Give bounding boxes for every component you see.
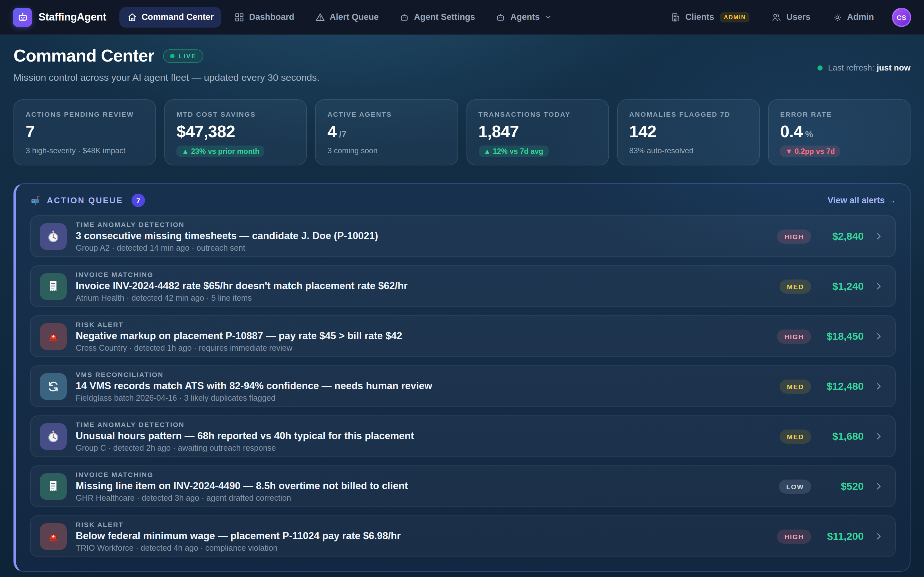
action-queue-item[interactable]: RISK ALERT Below federal minimum wage — … (30, 516, 896, 557)
item-title: Invoice INV-2024-4482 rate $65/hr doesn'… (76, 280, 771, 292)
severity-badge: HIGH (777, 229, 811, 243)
top-nav: StaffingAgent Command Center Dashboard (0, 0, 924, 35)
severity-badge: HIGH (777, 329, 811, 343)
action-queue-item[interactable]: INVOICE MATCHING Invoice INV-2024-4482 r… (30, 266, 896, 307)
receipt-icon (45, 279, 61, 294)
nav-item-admin[interactable]: Admin (825, 7, 882, 27)
action-queue-item[interactable]: TIME ANOMALY DETECTION 3 consecutive mis… (30, 215, 896, 257)
kpi-value: 142 (629, 123, 656, 140)
mailbox-icon (30, 195, 41, 206)
last-refresh: Last refresh: just now (818, 63, 911, 73)
action-queue-item[interactable]: TIME ANOMALY DETECTION Unusual hours pat… (30, 416, 896, 457)
kpi-delta-badge: ▲ 23% vs prior month (176, 145, 265, 157)
action-queue-item[interactable]: RISK ALERT Negative markup on placement … (30, 316, 896, 357)
item-meta: Fieldglass batch 2026-04-16 · 3 likely d… (76, 393, 771, 402)
robot-icon (399, 12, 409, 22)
action-queue-panel: ACTION QUEUE 7 View all alerts → TIME AN… (13, 183, 911, 572)
item-amount: $1,680 (821, 430, 864, 442)
nav-item-agent-settings[interactable]: Agent Settings (391, 7, 483, 27)
action-queue-count-badge: 7 (132, 193, 145, 207)
admin-badge: ADMIN (720, 12, 750, 22)
page-title: Command Center (13, 46, 154, 66)
action-queue-title: ACTION QUEUE (47, 195, 123, 205)
kpi-card: ACTIONS PENDING REVIEW 7 3 high-severity… (13, 99, 156, 165)
severity-badge: MED (780, 279, 811, 293)
kpi-value: 1,847 (478, 123, 519, 140)
item-title: 14 VMS records match ATS with 82-94% con… (76, 380, 771, 392)
dashboard-grid-icon (234, 12, 244, 22)
action-queue-item[interactable]: INVOICE MATCHING Missing line item on IN… (30, 466, 896, 507)
item-amount: $11,200 (821, 530, 864, 542)
chevron-right-icon[interactable] (874, 382, 884, 391)
item-category: RISK ALERT (76, 520, 768, 528)
nav-item-alert-queue[interactable]: Alert Queue (307, 7, 386, 27)
nav-right: Clients ADMIN Users Admin CS (663, 7, 911, 27)
chevron-right-icon[interactable] (874, 282, 884, 291)
siren-icon (45, 329, 61, 344)
chevron-right-icon[interactable] (874, 332, 884, 341)
brand[interactable]: StaffingAgent (13, 7, 106, 27)
item-category: VMS RECONCILIATION (76, 370, 771, 378)
stopwatch-tile (40, 223, 67, 250)
kpi-value-suffix: /7 (339, 129, 347, 139)
item-amount: $1,240 (821, 280, 864, 292)
item-category: TIME ANOMALY DETECTION (76, 420, 771, 428)
kpi-label: ACTIONS PENDING REVIEW (26, 110, 144, 118)
kpi-label: ACTIVE AGENTS (328, 110, 446, 118)
item-meta: TRIO Workforce · detected 4h ago · compl… (76, 543, 768, 552)
home-icon (127, 12, 137, 22)
stopwatch-icon (45, 429, 61, 444)
kpi-label: ANOMALIES FLAGGED 7D (629, 110, 747, 118)
sync-arrows-icon (45, 379, 61, 394)
kpi-value: $47,382 (176, 123, 235, 140)
kpi-card: TRANSACTIONS TODAY 1,847 ▲ 12% vs 7d avg (466, 99, 609, 165)
kpi-grid: ACTIONS PENDING REVIEW 7 3 high-severity… (13, 99, 911, 165)
avatar[interactable]: CS (892, 7, 911, 27)
command-center-page: StaffingAgent Command Center Dashboard (0, 0, 924, 577)
item-meta: Group A2 · detected 14 min ago · outreac… (76, 243, 768, 252)
robot-icon (496, 12, 506, 22)
item-meta: Cross Country · detected 1h ago · requir… (76, 343, 768, 352)
last-refresh-value: just now (877, 63, 911, 73)
nav-item-command-center[interactable]: Command Center (119, 7, 221, 27)
kpi-value: 4 (328, 123, 336, 140)
receipt-tile (40, 473, 67, 500)
severity-badge: MED (780, 379, 811, 393)
nav-item-users[interactable]: Users (764, 7, 818, 27)
alert-triangle-icon (315, 12, 325, 22)
kpi-label: MTD COST SAVINGS (176, 110, 294, 118)
item-title: Missing line item on INV-2024-4490 — 8.5… (76, 480, 770, 492)
chevron-right-icon[interactable] (874, 482, 884, 491)
item-meta: Group C · detected 2h ago · awaiting out… (76, 443, 771, 452)
kpi-note: 83% auto-resolved (629, 146, 747, 155)
kpi-value: 7 (26, 123, 35, 140)
severity-badge: MED (780, 429, 811, 443)
nav-item-dashboard[interactable]: Dashboard (226, 7, 302, 27)
sun-icon (832, 12, 843, 22)
kpi-card: ERROR RATE 0.4 % ▼ 0.2pp vs 7d (768, 99, 911, 165)
item-title: Unusual hours pattern — 68h reported vs … (76, 430, 771, 442)
nav-item-agents[interactable]: Agents (488, 7, 561, 27)
action-queue-header: ACTION QUEUE 7 View all alerts → (16, 184, 910, 215)
item-title: Below federal minimum wage — placement P… (76, 530, 768, 542)
chevron-right-icon[interactable] (874, 432, 884, 441)
severity-badge: HIGH (777, 529, 811, 543)
receipt-tile (40, 273, 67, 300)
chevron-down-icon (544, 13, 552, 21)
chevron-right-icon[interactable] (874, 532, 884, 541)
view-all-alerts-link[interactable]: View all alerts → (827, 195, 896, 205)
item-title: Negative markup on placement P-10887 — p… (76, 330, 768, 342)
item-amount: $18,450 (821, 330, 864, 342)
stopwatch-icon (45, 229, 61, 244)
robot-logo-icon (13, 7, 32, 27)
item-category: INVOICE MATCHING (76, 270, 771, 278)
nav-item-clients[interactable]: Clients ADMIN (663, 7, 758, 27)
live-dot-icon (170, 54, 175, 58)
item-title: 3 consecutive missing timesheets — candi… (76, 230, 768, 242)
chevron-right-icon[interactable] (874, 231, 884, 241)
action-queue-item[interactable]: VMS RECONCILIATION 14 VMS records match … (30, 366, 896, 407)
item-amount: $2,840 (821, 230, 864, 242)
stopwatch-tile (40, 423, 67, 450)
kpi-delta-badge: ▲ 12% vs 7d avg (478, 145, 548, 157)
kpi-value: 0.4 (780, 123, 803, 140)
